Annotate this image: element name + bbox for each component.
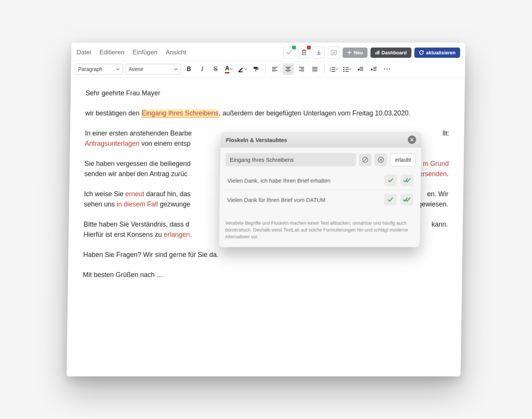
check-icon: [286, 49, 292, 56]
svg-text:3: 3: [329, 71, 331, 72]
svg-point-13: [363, 157, 368, 162]
outdent-button[interactable]: [355, 63, 366, 75]
doc-closing: Mit besten Grüßen nach …: [83, 270, 447, 280]
text-color-button[interactable]: A: [223, 63, 235, 75]
apply-once-button[interactable]: [384, 194, 397, 205]
refresh-button-label: aktualisieren: [426, 50, 456, 56]
menu-insert[interactable]: Einfügen: [133, 49, 158, 56]
menu-file[interactable]: Datei: [76, 49, 91, 56]
svg-rect-2: [375, 52, 376, 54]
close-button[interactable]: [408, 135, 416, 144]
suggestion-text: Vielen Dank für Ihren Brief vom DATUM: [227, 197, 380, 203]
ordered-list-button[interactable]: 123: [328, 63, 340, 75]
doc-paragraph: Haben Sie Fragen? Wir sind gerne für Sie…: [83, 250, 448, 260]
accept-button[interactable]: [283, 46, 295, 59]
chevron-down-icon: [230, 68, 233, 71]
align-left-icon: [272, 67, 278, 72]
align-right-button[interactable]: [296, 63, 307, 75]
menu-edit[interactable]: Editieren: [99, 49, 124, 56]
align-right-icon: [298, 67, 304, 72]
suggestion-text: Vielen Dank, ich habe Ihren Brief erhalt…: [227, 177, 380, 184]
svg-rect-6: [253, 67, 257, 69]
highlighted-phrase[interactable]: Eingang Ihres Schreibens: [141, 110, 219, 118]
outdent-icon: [358, 67, 364, 72]
new-button-label: Neu: [354, 50, 363, 56]
check-icon: [388, 178, 394, 183]
trash-icon: [301, 49, 307, 56]
apply-all-button[interactable]: [401, 175, 413, 186]
indent-icon: [371, 67, 377, 72]
flagged-word[interactable]: in diesem Fall: [117, 200, 158, 208]
allow-button[interactable]: erlaubt: [390, 153, 416, 166]
circle-x-icon: [377, 156, 384, 163]
download-button[interactable]: [313, 46, 325, 59]
plus-icon: [347, 50, 352, 55]
bars-icon: [375, 50, 379, 55]
align-center-icon: [285, 67, 291, 72]
paint-roller-icon: [253, 66, 259, 72]
chevron-down-icon: [244, 68, 247, 71]
doc-greeting: Sehr geehrte Frau Mayer: [86, 88, 450, 98]
svg-point-12: [343, 71, 344, 71]
suggestion-popup: Floskeln & Verstaubtes Eingang Ihres Sch…: [219, 132, 421, 247]
popup-footer-text: Veraltete Begriffe und Floskeln machen e…: [219, 214, 420, 247]
unordered-list-icon: [343, 67, 349, 72]
align-left-button[interactable]: [269, 63, 280, 75]
word-export-button[interactable]: W: [328, 46, 340, 59]
more-options-button[interactable]: ···: [382, 63, 393, 75]
original-phrase: Eingang Ihres Schreibens: [225, 153, 356, 166]
suggestion-row: Vielen Dank, ich habe Ihren Brief erhalt…: [225, 171, 416, 190]
dashboard-button[interactable]: Dashboard: [370, 48, 411, 58]
menu-view[interactable]: Ansicht: [166, 49, 187, 56]
popup-title: Floskeln & Verstaubtes: [226, 136, 287, 143]
align-justify-button[interactable]: [309, 63, 321, 75]
align-center-button[interactable]: [282, 63, 294, 75]
unordered-list-button[interactable]: [342, 63, 353, 75]
suggestion-row: Vielen Dank für Ihren Brief vom DATUM: [225, 190, 415, 209]
double-check-icon: [403, 178, 411, 183]
reject-button[interactable]: [375, 153, 388, 166]
plus-badge-icon: [292, 46, 296, 49]
highlight-color-button[interactable]: [237, 63, 248, 75]
double-check-icon: [403, 197, 410, 202]
format-painter-button[interactable]: [250, 63, 261, 75]
svg-point-14: [378, 157, 383, 162]
flagged-word[interactable]: Antragsunterlagen: [85, 140, 139, 147]
apply-all-button[interactable]: [400, 194, 413, 205]
delete-button[interactable]: [298, 46, 310, 59]
minus-badge-icon: [307, 46, 311, 49]
flagged-word[interactable]: erlangen: [164, 231, 190, 238]
ban-icon: [362, 156, 369, 163]
check-icon: [387, 197, 393, 202]
align-justify-icon: [312, 67, 318, 72]
highlighter-icon: [238, 66, 244, 72]
doc-paragraph: wir bestätigen den Eingang Ihres Schreib…: [85, 108, 450, 119]
ordered-list-icon: 123: [329, 67, 336, 72]
dashboard-button-label: Dashboard: [382, 50, 407, 56]
new-button[interactable]: Neu: [342, 48, 367, 58]
indent-button[interactable]: [368, 63, 380, 75]
apply-once-button[interactable]: [384, 175, 397, 186]
close-icon: [410, 138, 414, 141]
refresh-icon: [419, 50, 424, 55]
word-icon: W: [331, 49, 337, 56]
chevron-down-icon: [174, 67, 178, 71]
ignore-button[interactable]: [359, 153, 372, 166]
download-icon: [316, 50, 321, 55]
